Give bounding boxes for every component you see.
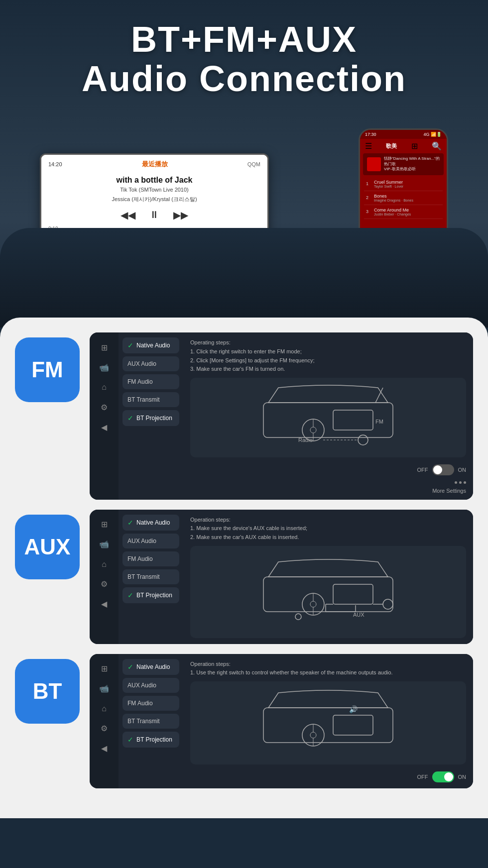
- phone-grid-icon[interactable]: ⊞: [411, 141, 418, 151]
- svg-point-27: [310, 732, 316, 738]
- svg-point-24: [295, 614, 301, 620]
- sidebar-back-icon[interactable]: ◀: [95, 418, 113, 436]
- pause-icon[interactable]: ⏸: [149, 209, 159, 221]
- aux-sidebar-copy-icon[interactable]: ⊞: [95, 516, 113, 534]
- bt-panel-sidebar: ⊞ 📹 ⌂ ⚙ ◀: [90, 654, 119, 788]
- phone-signal: 4G 📶🔋: [423, 132, 442, 137]
- bt-sidebar-back-icon[interactable]: ◀: [95, 740, 113, 758]
- phone-song-2[interactable]: 2 Bones Imagine Dragons · Bones: [364, 191, 443, 205]
- phone-menu-icon[interactable]: ☰: [365, 141, 372, 151]
- fm-panel-sidebar: ⊞ 📹 ⌂ ⚙ ◀: [90, 332, 119, 499]
- fm-on-label: ON: [458, 467, 467, 473]
- fm-off-label: OFF: [417, 467, 428, 473]
- bt-sidebar-settings-icon[interactable]: ⚙: [95, 720, 113, 738]
- fm-diagram-svg: FM Radio: [190, 378, 466, 457]
- fm-panel: ⊞ 📹 ⌂ ⚙ ◀ ✓ Native Audio AUX Audio FM: [90, 332, 473, 499]
- fm-native-audio-btn[interactable]: ✓ Native Audio: [122, 337, 179, 353]
- phone-song-3[interactable]: 3 Come Around Me Justin Bieber · Changes: [364, 205, 443, 219]
- aux-panel-sidebar: ⊞ 📹 ⌂ ⚙ ◀: [90, 510, 119, 644]
- aux-badge: AUX: [15, 515, 80, 579]
- car-scene: 14:20 最近播放 QQM with a bottle of Jack Tik…: [0, 113, 488, 327]
- phone-search-icon[interactable]: 🔍: [432, 141, 442, 151]
- bt-badge: BT: [15, 659, 80, 724]
- phone-album-row: 恬静"Dancing With A Stran..."的热门歌 VIP-歌美热歌…: [363, 153, 444, 175]
- bt-op-steps: Operation steps: 1. Use the right switch…: [190, 660, 466, 677]
- aux-diagram-svg: AUX: [190, 552, 466, 632]
- bt-fm-audio-btn[interactable]: FM Audio: [122, 696, 179, 711]
- bt-toggle-switch[interactable]: [432, 771, 454, 782]
- bt-bt-projection-btn[interactable]: ✓ BT Projection: [122, 732, 179, 748]
- fm-toggle-switch[interactable]: [432, 464, 454, 475]
- aux-bt-projection-check: ✓: [127, 591, 133, 599]
- svg-rect-11: [263, 577, 393, 612]
- aux-fm-audio-btn[interactable]: FM Audio: [122, 551, 179, 566]
- aux-diagram: AUX: [190, 546, 466, 638]
- aux-bt-projection-btn[interactable]: ✓ BT Projection: [122, 587, 179, 603]
- forward-icon[interactable]: ▶▶: [173, 209, 188, 221]
- bt-aux-audio-btn[interactable]: AUX Audio: [122, 678, 179, 693]
- screen-song-title: with a bottle of Jack: [48, 176, 260, 185]
- bt-panel-content: Operation steps: 1. Use the right switch…: [183, 654, 473, 788]
- rewind-icon[interactable]: ◀◀: [121, 209, 135, 221]
- svg-point-7: [358, 435, 368, 445]
- sidebar-video-icon[interactable]: 📹: [95, 358, 113, 376]
- screen-app-label: QQM: [247, 161, 260, 167]
- bt-sidebar-video-icon[interactable]: 📹: [95, 680, 113, 698]
- fm-dots: [190, 481, 466, 484]
- screen-nav-label: 最近播放: [142, 160, 168, 169]
- fm-bt-projection-btn[interactable]: ✓ BT Projection: [122, 410, 179, 426]
- fm-aux-audio-btn[interactable]: AUX Audio: [122, 356, 179, 371]
- aux-sidebar-video-icon[interactable]: 📹: [95, 536, 113, 553]
- bt-sidebar-copy-icon[interactable]: ⊞: [95, 660, 113, 678]
- sidebar-settings-icon[interactable]: ⚙: [95, 398, 113, 416]
- aux-sidebar-home-icon[interactable]: ⌂: [95, 555, 113, 573]
- svg-point-18: [383, 599, 393, 609]
- svg-rect-30: [333, 715, 373, 735]
- bt-toggle-row: OFF ON: [190, 771, 466, 782]
- header-section: BT+FM+AUX Audio Connection: [0, 0, 488, 113]
- sidebar-home-icon[interactable]: ⌂: [95, 378, 113, 396]
- phone-header-bar: ☰ 歌美 ⊞ 🔍: [360, 139, 447, 153]
- bt-panel-menu: ✓ Native Audio AUX Audio FM Audio BT Tra…: [119, 654, 183, 788]
- fm-badge: FM: [15, 337, 80, 402]
- phone-status-bar: 17:30 4G 📶🔋: [360, 130, 447, 139]
- screen-time: 14:20: [48, 161, 62, 167]
- bt-sidebar-home-icon[interactable]: ⌂: [95, 700, 113, 718]
- fm-toggle-row: OFF ON: [190, 464, 466, 475]
- svg-rect-5: [333, 410, 373, 430]
- fm-bt-transmit-btn[interactable]: BT Transmit: [122, 392, 179, 407]
- phone-header-text: 歌美: [386, 142, 397, 150]
- fm-more-settings[interactable]: More Settings: [190, 488, 466, 494]
- aux-sidebar-back-icon[interactable]: ◀: [95, 595, 113, 613]
- aux-panel-menu: ✓ Native Audio AUX Audio FM Audio BT Tra…: [119, 510, 183, 644]
- bt-toggle-knob: [444, 772, 453, 781]
- fm-fm-audio-btn[interactable]: FM Audio: [122, 374, 179, 389]
- svg-rect-16: [333, 584, 373, 604]
- aux-aux-audio-btn[interactable]: AUX Audio: [122, 534, 179, 548]
- phone-song-1[interactable]: 1 Cruel Summer Taylor Swift · Lover: [364, 177, 443, 191]
- car-dashboard: [0, 228, 488, 327]
- svg-rect-0: [263, 403, 393, 437]
- bt-projection-check: ✓: [127, 414, 133, 422]
- aux-sidebar-settings-icon[interactable]: ⚙: [95, 575, 113, 593]
- bt-diagram-svg: 🔊: [190, 683, 466, 762]
- aux-panel: ⊞ 📹 ⌂ ⚙ ◀ ✓ Native Audio AUX Audio FM: [90, 510, 473, 644]
- screen-song-album: Tik Tok (SMTown Live 2010): [48, 186, 260, 194]
- phone-album-art: [367, 157, 381, 171]
- aux-native-audio-btn[interactable]: ✓ Native Audio: [122, 515, 179, 531]
- screen-controls: ◀◀ ⏸ ▶▶: [48, 209, 260, 221]
- title-line2: Audio Connection: [82, 59, 406, 99]
- bt-native-audio-btn[interactable]: ✓ Native Audio: [122, 659, 179, 675]
- content-section: FM ⊞ 📹 ⌂ ⚙ ◀ ✓ Native Audio AUX Audio: [0, 318, 488, 818]
- bt-on-label: ON: [458, 774, 467, 780]
- aux-native-check: ✓: [127, 519, 133, 527]
- aux-bt-transmit-btn[interactable]: BT Transmit: [122, 569, 179, 584]
- fm-card: FM ⊞ 📹 ⌂ ⚙ ◀ ✓ Native Audio AUX Audio: [15, 332, 473, 499]
- sidebar-copy-icon[interactable]: ⊞: [95, 338, 113, 356]
- bt-card: BT ⊞ 📹 ⌂ ⚙ ◀ ✓ Native Audio AUX Audio: [15, 654, 473, 788]
- bt-bt-transmit-btn[interactable]: BT Transmit: [122, 714, 179, 729]
- svg-text:Radio: Radio: [298, 437, 313, 443]
- svg-point-13: [310, 601, 316, 607]
- native-audio-check: ✓: [127, 341, 133, 349]
- svg-text:🔊: 🔊: [349, 705, 358, 714]
